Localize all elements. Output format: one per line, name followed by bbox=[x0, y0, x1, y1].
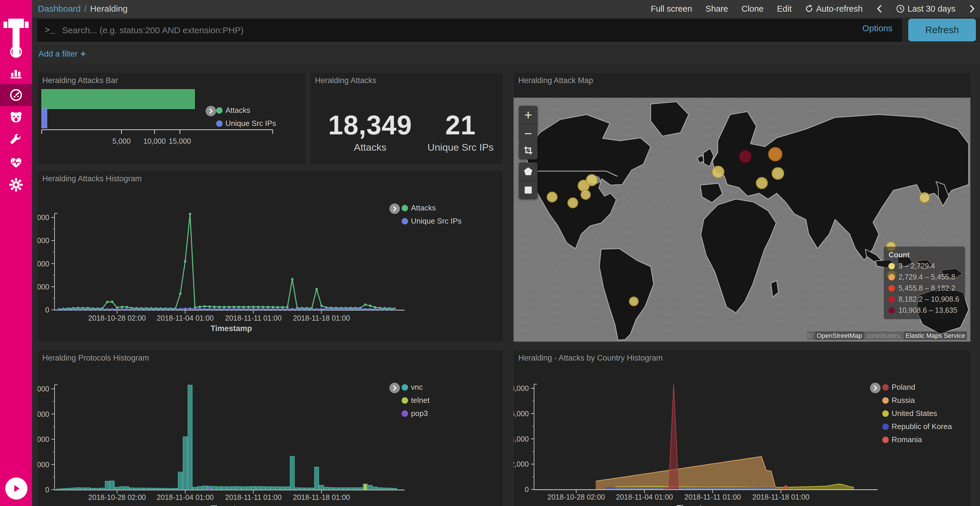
map-polygon-tool-button[interactable] bbox=[519, 162, 538, 181]
legend-title: Count bbox=[888, 251, 959, 259]
map-rectangle-tool-button[interactable] bbox=[519, 181, 538, 199]
legend-color-dot bbox=[402, 205, 408, 211]
filter-bar: Add a filter + bbox=[32, 44, 980, 63]
fullscreen-button[interactable]: Full screen bbox=[651, 4, 692, 14]
clock-icon bbox=[896, 5, 905, 13]
sidebar-item-visualize[interactable] bbox=[0, 62, 32, 84]
legend-color-dot bbox=[888, 274, 895, 281]
world-map[interactable]: + − bbox=[514, 98, 970, 342]
map-zoom-out-button[interactable]: − bbox=[519, 124, 538, 143]
map-crop-button[interactable] bbox=[519, 141, 538, 159]
breadcrumb-dashboard-link[interactable]: Dashboard bbox=[38, 4, 81, 14]
y-axis-tick-label: 8,000 bbox=[514, 384, 529, 392]
y-axis-tick-label: 8,000 bbox=[38, 385, 49, 393]
protocols-histogram-chart: 02,0004,0006,0008,0002018-10-28 02:00201… bbox=[38, 350, 503, 506]
legend-item[interactable]: Unique Src IPs bbox=[402, 217, 461, 225]
wrench-icon bbox=[9, 133, 23, 147]
legend-item[interactable]: Unique Src IPs bbox=[216, 119, 276, 128]
sidebar-item-dev-tools[interactable] bbox=[0, 129, 32, 151]
metric-value: 21 bbox=[421, 110, 500, 141]
square-icon bbox=[523, 185, 533, 195]
chevron-right-icon bbox=[969, 5, 975, 13]
share-button[interactable]: Share bbox=[706, 4, 728, 14]
pentagon-icon bbox=[523, 167, 533, 176]
legend-item[interactable]: pop3 bbox=[402, 409, 430, 418]
legend-color-dot bbox=[402, 218, 408, 224]
legend-label: 10,908.6 – 13,635 bbox=[898, 306, 957, 314]
time-back-button[interactable] bbox=[876, 5, 883, 13]
chevron-left-icon bbox=[876, 5, 883, 13]
breadcrumb-current: Heralding bbox=[90, 4, 127, 14]
sidebar-item-monitoring[interactable] bbox=[0, 151, 32, 173]
openstreetmap-link[interactable]: OpenStreetMap bbox=[815, 332, 864, 340]
legend-color-dot bbox=[402, 397, 408, 404]
edit-button[interactable]: Edit bbox=[777, 4, 792, 14]
kibana-dashboard-app: Dashboard / Heralding Full screen Share … bbox=[0, 0, 980, 506]
legend-item[interactable]: 10,908.6 – 13,635 bbox=[888, 306, 959, 314]
legend-rows: 3 – 2,729.42,729.4 – 5,455.85,455.8 – 8,… bbox=[888, 262, 959, 314]
legend-label: 8,182.2 – 10,908.6 bbox=[898, 295, 959, 303]
legend-color-dot bbox=[888, 285, 895, 292]
legend-label: Russia bbox=[892, 396, 915, 405]
legend-toggle-icon[interactable] bbox=[870, 383, 881, 393]
gear-icon bbox=[9, 178, 23, 192]
refresh-button[interactable]: Refresh bbox=[908, 19, 976, 41]
clone-button[interactable]: Clone bbox=[741, 4, 764, 14]
legend-item[interactable]: Republic of Korea bbox=[882, 422, 952, 431]
search-options-link[interactable]: Options bbox=[862, 23, 892, 33]
legend-label: United States bbox=[892, 409, 937, 418]
topnav-menu: Full screen Share Clone Edit Auto-refres… bbox=[651, 0, 975, 17]
legend-toggle-icon[interactable] bbox=[205, 106, 216, 116]
plus-icon: + bbox=[81, 48, 86, 59]
x-axis-tick-label: 2018-11-18 01:00 bbox=[293, 314, 350, 322]
crop-icon bbox=[523, 146, 533, 155]
legend-item[interactable]: Attacks bbox=[402, 203, 461, 213]
x-axis-title: Timestamp bbox=[211, 324, 252, 333]
legend-item[interactable]: 8,182.2 – 10,908.6 bbox=[888, 295, 959, 303]
legend-item[interactable]: vnc bbox=[402, 383, 430, 392]
legend-item[interactable]: United States bbox=[882, 409, 952, 418]
legend-color-dot bbox=[882, 424, 889, 430]
sidebar-item-management[interactable] bbox=[0, 174, 32, 196]
chart-legend: vnctelnetpop3 bbox=[402, 383, 430, 418]
breadcrumb-divider: / bbox=[84, 4, 87, 14]
x-axis-tick-label: 2018-11-18 01:00 bbox=[752, 493, 810, 501]
play-icon bbox=[11, 484, 21, 493]
legend-color-dot bbox=[888, 263, 895, 269]
auto-refresh-button[interactable]: Auto-refresh bbox=[805, 4, 863, 14]
chart-legend: AttacksUnique Src IPs bbox=[216, 106, 276, 128]
bear-icon bbox=[9, 110, 23, 125]
legend-label: vnc bbox=[411, 383, 423, 392]
legend-item[interactable]: 3 – 2,729.4 bbox=[888, 262, 959, 270]
legend-item[interactable]: Poland bbox=[882, 383, 952, 392]
x-axis-tick-label: 2018-10-28 02:00 bbox=[88, 493, 146, 501]
sidebar bbox=[0, 0, 32, 506]
legend-item[interactable]: Russia bbox=[882, 396, 952, 405]
legend-color-dot bbox=[888, 296, 895, 303]
x-axis-tick-label: 2018-11-18 01:00 bbox=[293, 493, 350, 501]
legend-toggle-icon[interactable] bbox=[390, 203, 400, 214]
legend-item[interactable]: 2,729.4 – 5,455.8 bbox=[888, 273, 959, 281]
legend-label: Poland bbox=[892, 383, 915, 392]
elastic-maps-service-link[interactable]: Elastic Maps Service bbox=[904, 332, 967, 340]
sidebar-item-dashboard[interactable] bbox=[0, 84, 32, 106]
legend-label: telnet bbox=[411, 396, 430, 405]
sidebar-item-honeypot[interactable] bbox=[0, 106, 32, 128]
sidebar-collapse-button[interactable] bbox=[5, 477, 27, 500]
map-count-legend: Count 3 – 2,729.42,729.4 – 5,455.85,455.… bbox=[884, 247, 965, 319]
sidebar-item-discover[interactable] bbox=[0, 41, 32, 63]
legend-item[interactable]: 5,455.8 – 8,182.2 bbox=[888, 284, 959, 292]
search-input[interactable] bbox=[62, 25, 902, 36]
map-zoom-in-button[interactable]: + bbox=[519, 106, 538, 124]
legend-toggle-icon[interactable] bbox=[390, 383, 400, 393]
legend-item[interactable]: Attacks bbox=[216, 106, 276, 115]
time-range-picker[interactable]: Last 30 days bbox=[896, 4, 956, 14]
add-filter-link[interactable]: Add a filter + bbox=[38, 48, 86, 59]
panel-heralding-attacks-metric: Heralding Attacks 18,349 Attacks 21 Uniq… bbox=[310, 72, 503, 164]
panel-heralding-attack-map: Heralding Attack Map bbox=[513, 72, 970, 342]
legend-item[interactable]: Romania bbox=[882, 435, 952, 444]
legend-label: Attacks bbox=[411, 203, 436, 213]
legend-item[interactable]: telnet bbox=[402, 396, 430, 405]
legend-label: 2,729.4 – 5,455.8 bbox=[898, 273, 955, 281]
time-forward-button[interactable] bbox=[969, 5, 975, 13]
